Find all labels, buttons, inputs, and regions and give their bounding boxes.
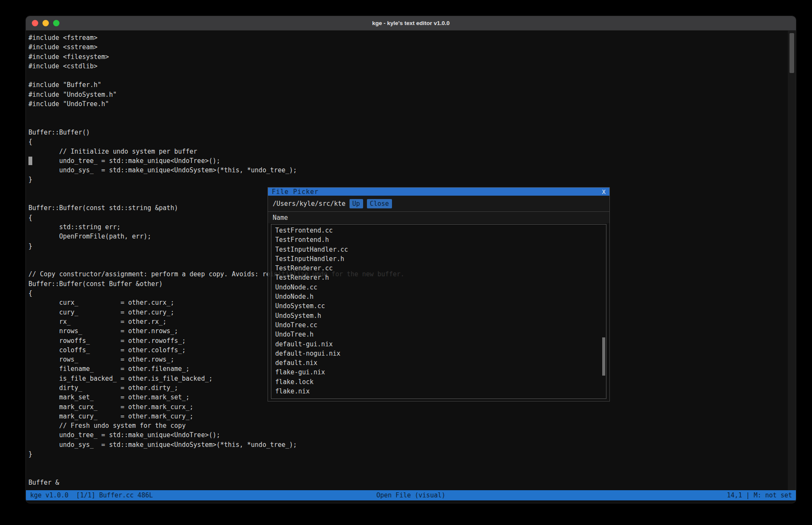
window-title: kge - kyle's text editor v1.0.0: [372, 20, 450, 26]
code-line: Buffer &: [28, 478, 404, 487]
code-line: {: [28, 137, 404, 146]
code-line: #include <cstdlib>: [28, 62, 404, 71]
file-list-container: TestFrontend.ccTestFrontend.hTestInputHa…: [268, 223, 609, 401]
file-list-scrollbar-thumb[interactable]: [602, 337, 605, 376]
file-item[interactable]: TestInputHandler.cc: [271, 245, 606, 254]
file-item[interactable]: UndoSystem.h: [271, 311, 606, 320]
code-line: undo_sys_ = std::make_unique<UndoSystem>…: [28, 166, 404, 175]
file-item[interactable]: TestFrontend.h: [271, 235, 606, 244]
code-line: #include "Buffer.h": [28, 80, 404, 90]
code-line: undo_sys_ = std::make_unique<UndoSystem>…: [28, 440, 404, 449]
code-line: }: [28, 175, 404, 184]
file-item[interactable]: TestRenderer.cc: [271, 264, 606, 273]
code-line: mark_curx_ = other.mark_curx_;: [28, 402, 404, 412]
zoom-traffic-light-icon[interactable]: [53, 20, 59, 26]
file-picker-titlebar[interactable]: File Picker X: [268, 188, 609, 196]
file-list[interactable]: TestFrontend.ccTestFrontend.hTestInputHa…: [271, 224, 606, 399]
file-item[interactable]: TestRenderer.h: [271, 273, 606, 282]
code-line: // Fresh undo system for the copy: [28, 421, 404, 430]
code-line: [28, 469, 404, 478]
file-item[interactable]: UndoTree.cc: [271, 320, 606, 330]
file-picker-header: /Users/kyle/src/kte Up Close Name: [268, 196, 609, 223]
code-line: [28, 71, 404, 80]
editor-cursor: [28, 157, 32, 165]
code-line: #include "UndoSystem.h": [28, 90, 404, 99]
traffic-lights: [32, 16, 59, 30]
close-button[interactable]: Close: [367, 199, 392, 208]
code-line: #include <sstream>: [28, 42, 404, 52]
file-item[interactable]: default-gui.nix: [271, 340, 606, 349]
file-item[interactable]: default-nogui.nix: [271, 349, 606, 358]
editor-scrollbar-track[interactable]: [788, 31, 796, 491]
current-path: /Users/kyle/src/kte: [273, 200, 346, 208]
file-item[interactable]: TestInputHandler.h: [271, 254, 606, 264]
status-file-info: kge v1.0.0 [1/1] Buffer.cc 486L: [30, 490, 153, 500]
code-line: Buffer::Buffer(): [28, 128, 404, 137]
file-item[interactable]: flake.lock: [271, 377, 606, 387]
up-button[interactable]: Up: [350, 199, 363, 208]
code-line: undo_tree_ = std::make_unique<UndoTree>(…: [28, 430, 404, 440]
file-item[interactable]: TestFrontend.cc: [271, 226, 606, 235]
name-column-header: Name: [273, 214, 288, 222]
file-item[interactable]: flake-gui.nix: [271, 368, 606, 377]
desktop: kge - kyle's text editor v1.0.0 #include…: [0, 0, 812, 525]
file-item[interactable]: UndoNode.h: [271, 292, 606, 301]
close-traffic-light-icon[interactable]: [32, 20, 38, 26]
editor-scrollbar-thumb[interactable]: [789, 33, 794, 73]
code-line: undo_tree_ = std::make_unique<UndoTree>(…: [28, 156, 404, 166]
app-window: kge - kyle's text editor v1.0.0 #include…: [25, 16, 796, 503]
file-picker-title: File Picker: [272, 188, 319, 196]
code-line: // Initialize undo system per buffer: [28, 147, 404, 156]
status-bar: Open File (visual) kge v1.0.0 [1/1] Buff…: [26, 490, 796, 500]
code-line: }: [28, 449, 404, 459]
code-line: [28, 109, 404, 118]
file-item[interactable]: flake.nix: [271, 387, 606, 396]
close-icon[interactable]: X: [602, 188, 606, 195]
minimize-traffic-light-icon[interactable]: [42, 20, 49, 26]
file-item[interactable]: UndoNode.cc: [271, 283, 606, 292]
code-line: [28, 118, 404, 128]
code-line: #include "UndoTree.h": [28, 99, 404, 109]
code-line: #include <fstream>: [28, 33, 404, 42]
status-cursor-position: 14,1 | M: not set: [727, 490, 792, 500]
window-titlebar[interactable]: kge - kyle's text editor v1.0.0: [26, 16, 796, 31]
code-line: #include <filesystem>: [28, 52, 404, 62]
file-item[interactable]: UndoTree.h: [271, 330, 606, 339]
file-picker-dialog: File Picker X /Users/kyle/src/kte Up Clo…: [268, 188, 609, 401]
code-line: mark_cury_ = other.mark_cury_;: [28, 412, 404, 421]
file-item[interactable]: default.nix: [271, 358, 606, 368]
code-line: [28, 459, 404, 468]
editor-area[interactable]: #include <fstream>#include <sstream>#inc…: [26, 31, 796, 491]
file-item[interactable]: UndoSystem.cc: [271, 301, 606, 311]
